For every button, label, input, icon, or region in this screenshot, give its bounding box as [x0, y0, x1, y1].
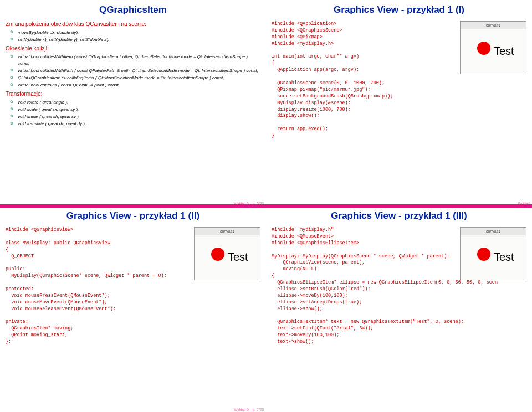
- list-item: virtual bool collidesWithPath ( const QP…: [18, 68, 260, 74]
- list-item: setX(double x), setY(double y), setZ(dou…: [18, 37, 260, 43]
- list-item: void rotate ( qreal angle ),: [18, 99, 260, 106]
- slide-tr: Graphics View - przykład 1 (I) #include …: [266, 0, 532, 206]
- list-item: void scale ( qreal sx, qreal sy ),: [18, 106, 260, 113]
- slide-br: Graphics View - przykład 1 (III) #includ…: [266, 206, 532, 412]
- list-item: virtual bool contains ( const QPointF & …: [18, 82, 260, 89]
- preview-window: canvas1 Test: [460, 227, 526, 280]
- bullets-move: moveBy(double dx, double dy), setX(doubl…: [6, 29, 260, 43]
- preview-titlebar: canvas1: [461, 22, 526, 29]
- preview-titlebar: canvas1: [195, 228, 260, 235]
- slide-bl: Graphics View - przykład 1 (II) #include…: [0, 206, 266, 412]
- list-item: virtual bool collidesWithItem ( const QG…: [18, 54, 260, 67]
- heading-move: Zmiana położenia obiektów klas QCanvasIt…: [6, 21, 260, 27]
- preview-text: Test: [494, 45, 514, 58]
- bullets-collision: virtual bool collidesWithItem ( const QG…: [6, 54, 260, 89]
- bullets-transform: void rotate ( qreal angle ), void scale …: [6, 99, 260, 127]
- preview-text: Test: [494, 251, 514, 264]
- preview-canvas: Test: [461, 235, 526, 280]
- ellipse-icon: [477, 42, 490, 55]
- divider-horizontal: [0, 204, 532, 208]
- heading-collision: Określenie kolizji:: [6, 45, 260, 51]
- slide-title: Graphics View - przykład 1 (II): [6, 210, 260, 222]
- pager: Wykład 5 – p. 7/23: [234, 408, 264, 411]
- list-item: void translate ( qreal dx, qreal dy ).: [18, 121, 260, 127]
- preview-text: Test: [228, 251, 248, 264]
- preview-canvas: Test: [461, 29, 526, 74]
- list-item: QList<QGraphicsItem *> collidingItems ( …: [18, 75, 260, 81]
- ellipse-icon: [211, 248, 224, 261]
- slide-title: Graphics View - przykład 1 (III): [272, 210, 526, 222]
- list-item: void shear ( qreal sh, qreal sv ),: [18, 114, 260, 120]
- slide-title: Graphics View - przykład 1 (I): [272, 4, 526, 16]
- preview-canvas: Test: [195, 235, 260, 280]
- list-item: moveBy(double dx, double dy),: [18, 29, 260, 36]
- preview-window: canvas1 Test: [194, 227, 260, 280]
- ellipse-icon: [477, 248, 490, 261]
- preview-window: canvas1 Test: [460, 21, 526, 74]
- slide-title: QGraphicsItem: [6, 4, 260, 16]
- slide-tl: QGraphicsItem Zmiana położenia obiektów …: [0, 0, 266, 206]
- heading-transform: Transformacje:: [6, 91, 260, 97]
- preview-titlebar: canvas1: [461, 228, 526, 235]
